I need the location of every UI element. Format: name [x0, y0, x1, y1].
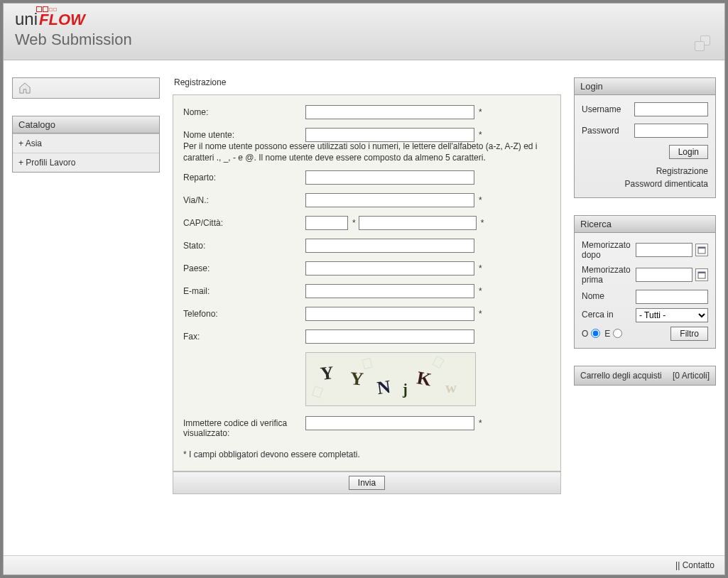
filter-button[interactable]: Filtro: [670, 327, 708, 341]
cart-count: [0 Articoli]: [673, 371, 710, 381]
svg-rect-3: [698, 272, 705, 273]
required-marker: *: [479, 107, 482, 117]
required-marker: *: [481, 218, 484, 228]
logo-text-uni: uni: [15, 9, 38, 29]
page-subtitle: Web Submission: [15, 31, 713, 49]
logo-decoration-icon: [36, 6, 57, 12]
required-marker: *: [479, 309, 482, 319]
cap-input[interactable]: [305, 216, 348, 230]
email-label: E-mail:: [183, 284, 305, 296]
radio-o-label: O: [582, 329, 588, 339]
telefono-input[interactable]: [305, 307, 474, 321]
stato-input[interactable]: [305, 239, 474, 253]
nome-utente-hint: Per il nome utente possono essere utiliz…: [183, 141, 550, 163]
username-label: Username: [582, 104, 621, 114]
reparto-label: Reparto:: [183, 170, 305, 182]
login-button[interactable]: Login: [669, 145, 708, 159]
catalog-item-profili[interactable]: + Profili Lavoro: [13, 153, 159, 172]
catalog-item-asia[interactable]: + Asia: [13, 133, 159, 153]
nome-label: Nome:: [183, 105, 305, 117]
search-in-label: Cerca in: [582, 310, 633, 320]
fax-input[interactable]: [305, 329, 474, 344]
telefono-label: Telefono:: [183, 307, 305, 319]
header-decor-icon: [695, 36, 715, 53]
forgot-password-link[interactable]: Password dimenticata: [625, 179, 708, 189]
form-title: Registrazione: [173, 77, 561, 87]
via-input[interactable]: [305, 193, 474, 207]
password-label: Password: [582, 126, 619, 136]
app-header: uniFLOW Web Submission: [4, 4, 724, 60]
calendar-icon[interactable]: [695, 244, 708, 256]
captcha-label: Immettere codice di verifica visualizzat…: [183, 416, 305, 438]
paese-input[interactable]: [305, 261, 474, 276]
required-marker: *: [479, 263, 482, 273]
required-marker: *: [479, 130, 482, 140]
email-input[interactable]: [305, 284, 474, 298]
catalog-panel: Catalogo + Asia + Profili Lavoro: [12, 116, 160, 173]
home-button[interactable]: [12, 77, 160, 99]
paese-label: Paese:: [183, 261, 305, 273]
stored-after-label: Memorizzato dopo: [582, 240, 633, 261]
nome-utente-label: Nome utente:: [183, 128, 305, 140]
footer-bar: || Contatto: [4, 555, 724, 574]
nome-utente-input[interactable]: [305, 128, 474, 142]
nome-input[interactable]: [305, 105, 474, 119]
cart-label: Carrello degli acquisti: [580, 371, 662, 381]
radio-o[interactable]: [591, 329, 600, 338]
required-marker: *: [479, 418, 482, 428]
submit-button[interactable]: Invia: [349, 476, 385, 490]
stato-label: Stato:: [183, 239, 305, 251]
fax-label: Fax:: [183, 329, 305, 342]
logo: uniFLOW: [15, 9, 713, 29]
home-icon: [18, 82, 31, 94]
citta-input[interactable]: [359, 216, 477, 230]
stored-before-label: Memorizzato prima: [582, 265, 633, 285]
submit-bar: Invia: [173, 471, 561, 494]
catalog-item-label: + Asia: [18, 138, 42, 148]
required-marker: *: [479, 195, 482, 205]
logo-text-flow: FLOW: [39, 11, 85, 29]
via-label: Via/N.:: [183, 193, 305, 205]
captcha-input[interactable]: [305, 416, 474, 430]
radio-e[interactable]: [613, 329, 622, 338]
svg-rect-1: [698, 247, 705, 249]
search-in-select[interactable]: - Tutti -: [636, 308, 708, 322]
contact-link[interactable]: Contatto: [683, 560, 715, 570]
cap-label: CAP/Città:: [183, 216, 305, 228]
search-name-label: Nome: [582, 291, 633, 301]
search-logic-radios: O E: [582, 329, 624, 339]
username-input[interactable]: [634, 102, 708, 116]
required-marker: *: [352, 218, 356, 228]
search-header: Ricerca: [575, 216, 715, 233]
login-header: Login: [575, 78, 715, 95]
search-panel: Ricerca Memorizzato dopo Memorizzato pri…: [574, 215, 716, 349]
stored-before-input[interactable]: [636, 268, 692, 282]
reparto-input[interactable]: [305, 170, 474, 185]
catalog-item-label: + Profili Lavoro: [18, 158, 75, 168]
required-note: * I campi obbligatori devono essere comp…: [183, 449, 550, 459]
stored-after-input[interactable]: [636, 243, 692, 257]
cart-button[interactable]: Carrello degli acquisti [0 Articoli]: [574, 366, 716, 386]
radio-e-label: E: [604, 329, 610, 339]
register-link[interactable]: Registrazione: [656, 166, 708, 176]
registration-form: Nome: * Nome utente: * Per il nome: [173, 94, 561, 471]
captcha-image: Y Y N j K w: [305, 352, 476, 406]
catalog-header: Catalogo: [13, 116, 159, 133]
login-panel: Login Username Password Login: [574, 77, 716, 198]
calendar-icon[interactable]: [695, 268, 708, 281]
search-name-input[interactable]: [636, 290, 708, 304]
password-input[interactable]: [634, 124, 708, 138]
required-marker: *: [479, 286, 482, 296]
